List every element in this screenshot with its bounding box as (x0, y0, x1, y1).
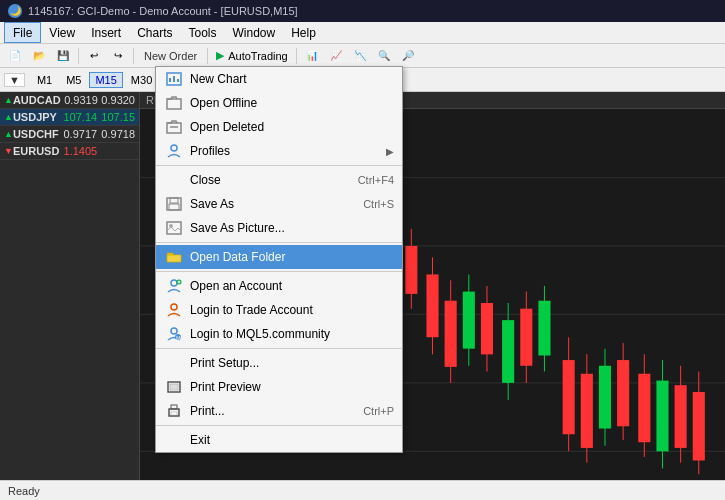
print-preview-label: Print Preview (190, 380, 394, 394)
open-offline-icon (164, 95, 184, 111)
title-text: 1145167: GCI-Demo - Demo Account - [EURU… (28, 5, 298, 17)
menu-item-open-deleted[interactable]: Open Deleted (156, 115, 402, 139)
svg-point-78 (171, 304, 177, 310)
open-offline-label: Open Offline (190, 96, 394, 110)
svg-point-79 (171, 328, 177, 334)
menu-item-close[interactable]: Close Ctrl+F4 (156, 168, 402, 192)
menu-item-login-trade[interactable]: Login to Trade Account (156, 298, 402, 322)
profiles-label: Profiles (190, 144, 386, 158)
menu-item-login-mql5[interactable]: MQ Login to MQL5.community (156, 322, 402, 346)
title-bar: 🌙 1145167: GCI-Demo - Demo Account - [EU… (0, 0, 725, 22)
menu-sep-2 (156, 242, 402, 243)
save-as-label: Save As (190, 197, 355, 211)
login-mql5-label: Login to MQL5.community (190, 327, 394, 341)
menu-item-new-chart[interactable]: New Chart (156, 67, 402, 91)
menu-item-save-as-picture[interactable]: Save As Picture... (156, 216, 402, 240)
open-deleted-label: Open Deleted (190, 120, 394, 134)
svg-rect-64 (167, 99, 181, 109)
app-icon: 🌙 (8, 4, 22, 18)
file-menu: New Chart Open Offline Open Deleted (155, 66, 403, 453)
menu-item-save-as[interactable]: Save As Ctrl+S (156, 192, 402, 216)
profiles-icon (164, 143, 184, 159)
open-data-folder-label: Open Data Folder (190, 250, 394, 264)
open-account-label: Open an Account (190, 279, 394, 293)
menu-item-open-offline[interactable]: Open Offline (156, 91, 402, 115)
menu-item-open-data-folder[interactable]: Open Data Folder (156, 245, 402, 269)
svg-rect-86 (171, 412, 177, 415)
close-label: Close (190, 173, 350, 187)
save-as-shortcut: Ctrl+S (363, 198, 394, 210)
menu-sep-5 (156, 425, 402, 426)
print-setup-icon (164, 355, 184, 371)
svg-rect-73 (167, 255, 181, 262)
open-deleted-icon (164, 119, 184, 135)
login-trade-label: Login to Trade Account (190, 303, 394, 317)
print-preview-icon (164, 379, 184, 395)
folder-icon (164, 249, 184, 265)
login-mql5-icon: MQ (164, 326, 184, 342)
save-as-icon (164, 196, 184, 212)
print-icon (164, 403, 184, 419)
menu-item-exit[interactable]: Exit (156, 428, 402, 452)
save-picture-label: Save As Picture... (190, 221, 394, 235)
close-icon (164, 172, 184, 188)
menu-sep-4 (156, 348, 402, 349)
print-shortcut: Ctrl+P (363, 405, 394, 417)
menu-item-open-account[interactable]: Open an Account (156, 274, 402, 298)
dropdown-overlay: New Chart Open Offline Open Deleted (0, 22, 725, 500)
menu-item-print-preview[interactable]: Print Preview (156, 375, 402, 399)
exit-icon (164, 432, 184, 448)
save-picture-icon (164, 220, 184, 236)
profiles-arrow: ▶ (386, 146, 394, 157)
svg-rect-83 (170, 384, 178, 390)
svg-rect-70 (169, 204, 179, 210)
print-setup-label: Print Setup... (190, 356, 394, 370)
new-chart-label: New Chart (190, 72, 394, 86)
svg-rect-71 (167, 222, 181, 234)
new-chart-icon (164, 71, 184, 87)
menu-item-profiles[interactable]: Profiles ▶ (156, 139, 402, 163)
svg-point-74 (171, 280, 177, 286)
menu-item-print-setup[interactable]: Print Setup... (156, 351, 402, 375)
login-trade-icon (164, 302, 184, 318)
svg-point-67 (171, 145, 177, 151)
menu-sep-3 (156, 271, 402, 272)
exit-label: Exit (190, 433, 394, 447)
menu-sep-1 (156, 165, 402, 166)
open-account-icon (164, 278, 184, 294)
svg-text:MQ: MQ (176, 335, 182, 341)
close-shortcut: Ctrl+F4 (358, 174, 394, 186)
menu-item-print[interactable]: Print... Ctrl+P (156, 399, 402, 423)
print-label: Print... (190, 404, 355, 418)
svg-rect-65 (167, 123, 181, 133)
